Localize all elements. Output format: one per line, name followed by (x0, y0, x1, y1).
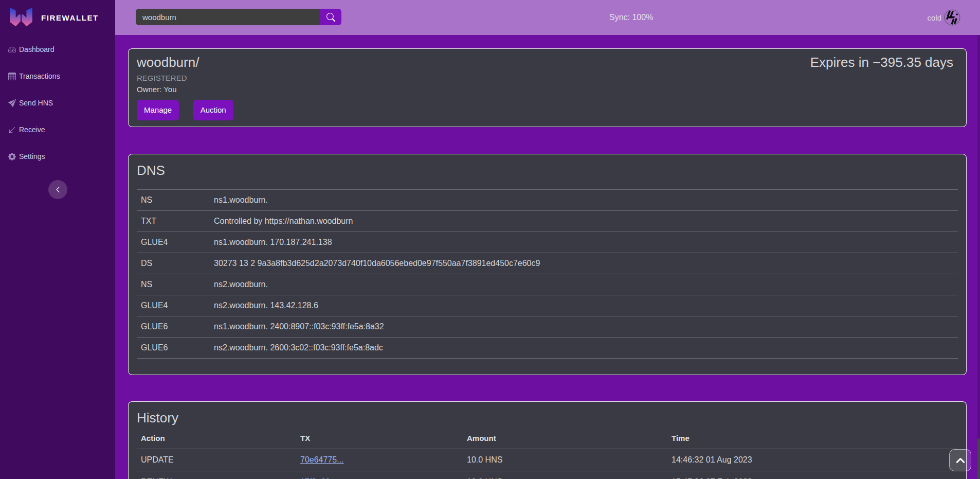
table-icon (8, 73, 16, 80)
sidebar: FIREWALLET Dashboard Transactions (0, 0, 115, 479)
dns-record-row: GLUE6 ns2.woodburn. 2600:3c02::f03c:93ff… (137, 338, 958, 359)
dns-record-type: GLUE6 (137, 338, 210, 359)
dns-record-row: DS 30273 13 2 9a3a8fb3d625d2a2073d740f10… (137, 253, 958, 274)
history-row: RENEW 17f2e60... 10.0 HNS 15:47:36 07 Fe… (137, 471, 958, 479)
dns-card-title: DNS (137, 163, 958, 179)
dns-record-row: GLUE4 ns1.woodburn. 170.187.241.138 (137, 232, 958, 253)
sidebar-nav: Dashboard Transactions Send HNS (0, 41, 115, 165)
dns-record-value: ns2.woodburn. 2600:3c02::f03c:93ff:fe5a:… (210, 338, 958, 359)
domain-expires: Expires in ~395.35 days (810, 55, 953, 70)
domain-card: woodburn/ REGISTERED Owner: You Manage A… (128, 48, 967, 127)
arrow-down-left-icon (8, 126, 16, 134)
manage-button[interactable]: Manage (137, 100, 179, 120)
main-content: woodburn/ REGISTERED Owner: You Manage A… (115, 35, 980, 479)
brand-name: FIREWALLET (41, 13, 99, 22)
history-amount: 10.0 HNS (463, 471, 667, 479)
dns-record-type: TXT (137, 211, 210, 232)
sidebar-item-dashboard[interactable]: Dashboard (0, 41, 115, 58)
sidebar-item-label: Receive (19, 126, 45, 134)
sidebar-item-settings[interactable]: Settings (0, 148, 115, 165)
scroll-to-top-button[interactable] (949, 449, 971, 471)
topbar: Sync: 100% cold (115, 0, 980, 35)
dns-record-type: NS (137, 190, 210, 211)
history-time: 15:47:36 07 Feb 2023 (667, 471, 958, 479)
dns-record-value: ns2.woodburn. 143.42.128.6 (210, 295, 958, 316)
history-header-row: Action TX Amount Time (137, 428, 958, 449)
dns-record-value: ns1.woodburn. (210, 190, 958, 211)
dns-record-value: ns1.woodburn. 170.187.241.138 (210, 232, 958, 253)
firewallet-logo-icon (8, 6, 34, 29)
dns-record-type: GLUE4 (137, 295, 210, 316)
dns-record-row: TXT Controlled by https://nathan.woodbur… (137, 211, 958, 232)
scrollbar-track[interactable] (977, 35, 980, 479)
wallet-name: cold (927, 13, 941, 22)
history-row: UPDATE 70e64775... 10.0 HNS 14:46:32 01 … (137, 449, 958, 471)
search-icon (326, 13, 335, 22)
dns-record-row: NS ns2.woodburn. (137, 274, 958, 295)
tx-link[interactable]: 70e64775... (300, 455, 344, 464)
scrollbar-thumb[interactable] (977, 438, 980, 479)
dns-record-type: GLUE4 (137, 232, 210, 253)
history-card-title: History (137, 410, 958, 426)
history-col-time: Time (667, 428, 958, 449)
search-button[interactable] (320, 9, 341, 25)
history-amount: 10.0 HNS (463, 449, 667, 471)
wallet-menu: cold (927, 0, 960, 35)
sidebar-collapse-button[interactable] (48, 180, 67, 199)
sidebar-item-label: Transactions (19, 72, 60, 80)
dns-record-row: GLUE6 ns1.woodburn. 2400:8907::f03c:93ff… (137, 316, 958, 338)
history-col-amount: Amount (463, 428, 667, 449)
sidebar-item-transactions[interactable]: Transactions (0, 68, 115, 84)
domain-actions: Manage Auction (137, 100, 958, 120)
domain-status: REGISTERED (137, 73, 958, 84)
brand[interactable]: FIREWALLET (0, 0, 115, 35)
gear-icon (8, 153, 16, 161)
sidebar-item-label: Dashboard (19, 45, 55, 54)
sync-status: Sync: 100% (609, 0, 653, 35)
sidebar-item-receive[interactable]: Receive (0, 121, 115, 138)
dns-record-value: 30273 13 2 9a3a8fb3d625d2a2073d740f10da6… (210, 253, 958, 274)
dns-record-type: DS (137, 253, 210, 274)
dns-record-type: NS (137, 274, 210, 295)
sidebar-item-label: Settings (19, 152, 45, 161)
dns-record-row: GLUE4 ns2.woodburn. 143.42.128.6 (137, 295, 958, 316)
history-time: 14:46:32 01 Aug 2023 (667, 449, 958, 471)
history-col-tx: TX (296, 428, 463, 449)
auction-button[interactable]: Auction (193, 100, 233, 120)
speedometer-icon (8, 46, 16, 54)
dns-card: DNS NS ns1.woodburn. TXT Controlled by h… (128, 154, 967, 375)
search-form (136, 9, 341, 25)
sidebar-item-label: Send HNS (19, 99, 53, 107)
dns-record-row: NS ns1.woodburn. (137, 190, 958, 211)
history-action: UPDATE (137, 449, 296, 471)
dns-record-type: GLUE6 (137, 316, 210, 338)
search-input[interactable] (136, 9, 320, 25)
dns-record-value: ns1.woodburn. 2400:8907::f03c:93ff:fe5a:… (210, 316, 958, 338)
dns-record-value: ns2.woodburn. (210, 274, 958, 295)
chevron-left-icon (55, 186, 61, 193)
dns-table: NS ns1.woodburn. TXT Controlled by https… (137, 189, 958, 359)
sidebar-item-send-hns[interactable]: Send HNS (0, 95, 115, 111)
handshake-logo-icon[interactable] (944, 9, 960, 26)
history-table: Action TX Amount Time UPDATE 70e64775...… (137, 428, 958, 479)
domain-owner: Owner: You (137, 84, 958, 95)
history-card: History Action TX Amount Time UPDATE 70e… (128, 401, 967, 479)
send-icon (8, 99, 16, 107)
chevron-up-icon (956, 456, 965, 465)
history-col-action: Action (137, 428, 296, 449)
history-action: RENEW (137, 471, 296, 479)
dns-record-value: Controlled by https://nathan.woodburn (210, 211, 958, 232)
